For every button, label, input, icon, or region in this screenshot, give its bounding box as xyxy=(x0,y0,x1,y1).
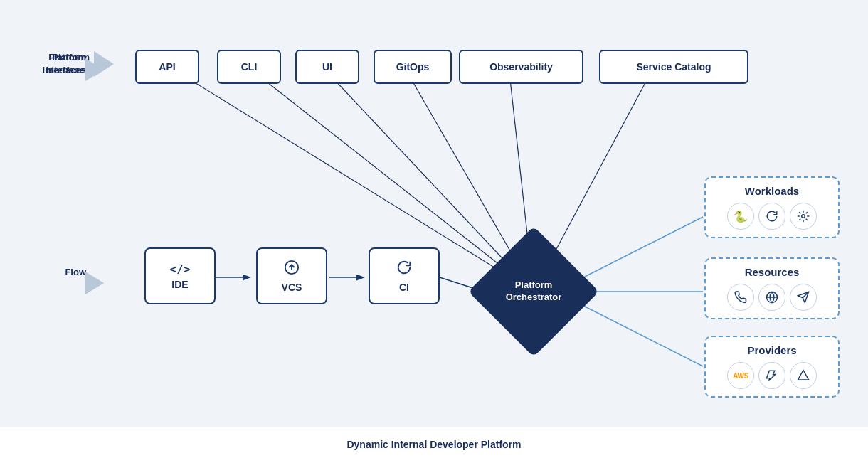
workloads-icon-1: 🐍 xyxy=(727,203,754,230)
platform-interfaces-arrow xyxy=(85,58,104,81)
resources-icon-1 xyxy=(727,284,754,311)
ui-label: UI xyxy=(322,61,332,73)
providers-title: Providers xyxy=(714,344,830,356)
resources-box: Resources xyxy=(704,257,840,319)
cli-box[interactable]: CLI xyxy=(217,50,281,84)
svg-line-11 xyxy=(583,306,703,366)
workloads-icon-3 xyxy=(790,203,817,230)
svg-line-9 xyxy=(583,217,703,277)
resources-icon-2 xyxy=(758,284,785,311)
ide-box[interactable]: </> IDE xyxy=(144,247,216,304)
cli-label: CLI xyxy=(241,61,258,73)
ide-label: IDE xyxy=(171,279,188,290)
ci-label: CI xyxy=(399,282,409,293)
workloads-box: Workloads 🐍 xyxy=(704,176,840,238)
gitops-box[interactable]: GitOps xyxy=(374,50,452,84)
providers-icons: AWS xyxy=(714,362,830,389)
orchestrator-text: PlatformOrchestrator xyxy=(487,245,580,338)
footer-title: Dynamic Internal Developer Platform xyxy=(346,439,521,450)
ci-icon xyxy=(396,260,412,279)
observability-box[interactable]: Observability xyxy=(459,50,583,84)
ci-box[interactable]: CI xyxy=(369,247,440,304)
flow-text: Flow xyxy=(65,267,86,277)
vcs-label: VCS xyxy=(282,282,302,293)
workloads-title: Workloads xyxy=(714,185,830,197)
gitops-label: GitOps xyxy=(396,61,430,73)
vcs-icon xyxy=(284,260,300,279)
diagram-container: Platform Interfaces Platform Interfaces … xyxy=(0,0,868,427)
service-catalog-box[interactable]: Service Catalog xyxy=(599,50,748,84)
observability-label: Observability xyxy=(489,61,553,73)
footer: Dynamic Internal Developer Platform xyxy=(0,427,868,458)
resources-icon-3 xyxy=(790,284,817,311)
providers-icon-3 xyxy=(790,362,817,389)
api-label: API xyxy=(159,61,175,73)
flow-arrow xyxy=(85,272,104,294)
resources-title: Resources xyxy=(714,266,830,278)
flow-label: Flow xyxy=(7,266,89,279)
platform-interfaces-label: Platform Interfaces xyxy=(7,51,89,77)
orchestrator[interactable]: PlatformOrchestrator xyxy=(487,245,580,338)
svg-point-13 xyxy=(802,215,805,218)
service-catalog-label: Service Catalog xyxy=(636,61,711,73)
providers-icon-azure xyxy=(758,362,785,389)
svg-line-0 xyxy=(169,67,534,292)
providers-box: Providers AWS xyxy=(704,336,840,398)
workloads-icon-2 xyxy=(758,203,785,230)
svg-marker-16 xyxy=(798,371,809,380)
ui-box[interactable]: UI xyxy=(295,50,359,84)
api-box[interactable]: API xyxy=(135,50,199,84)
vcs-box[interactable]: VCS xyxy=(256,247,327,304)
resources-icons xyxy=(714,284,830,311)
platform-interfaces-text: Platform Interfaces xyxy=(43,52,86,75)
ide-icon: </> xyxy=(170,262,191,276)
providers-icon-aws: AWS xyxy=(727,362,754,389)
workloads-icons: 🐍 xyxy=(714,203,830,230)
